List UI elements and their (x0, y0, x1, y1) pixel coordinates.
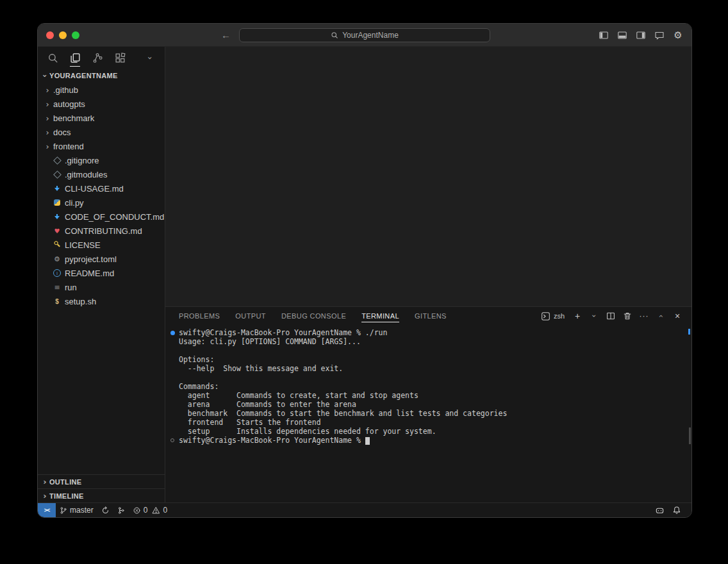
vscode-window: ← → YourAgentName (38, 24, 691, 517)
more-actions-icon[interactable]: ··· (639, 311, 649, 321)
bottom-panel: PROBLEMSOUTPUTDEBUG CONSOLETERMINALGITLE… (165, 306, 691, 502)
terminal-line-text: Usage: cli.py [OPTIONS] COMMAND [ARGS]..… (179, 337, 361, 346)
git-branch-item[interactable]: master (56, 503, 97, 517)
problems-item[interactable]: 0 0 (129, 503, 171, 517)
terminal-line-text: agent Commands to create, start and stop… (179, 391, 418, 400)
terminal-line: arena Commands to enter the arena (179, 400, 682, 409)
status-bar-right (651, 506, 691, 515)
traffic-lights (46, 24, 79, 46)
terminal-line: Commands: (179, 382, 682, 391)
tree-item-pyproject.toml[interactable]: › pyproject.toml (38, 252, 165, 266)
bell-icon (672, 506, 681, 515)
chevron-down-icon: › (40, 71, 50, 80)
panel-tab-output[interactable]: OUTPUT (235, 307, 266, 325)
tree-item-docs[interactable]: › docs (38, 125, 165, 139)
shell-file-icon (52, 296, 62, 306)
warnings-icon (152, 506, 160, 515)
terminal-line: --help Show this message and exit. (179, 364, 682, 373)
remote-icon: >< (44, 507, 50, 513)
timeline-section-header[interactable]: › TIMELINE (38, 488, 165, 502)
layout-sidebar-right-icon[interactable] (634, 28, 648, 42)
tree-item-.github[interactable]: › .github (38, 83, 165, 97)
search-view-icon[interactable] (46, 48, 60, 67)
notifications-item[interactable] (668, 506, 685, 515)
tree-item-autogpts[interactable]: › autogpts (38, 97, 165, 111)
layout-sidebar-left-icon[interactable] (597, 28, 611, 42)
terminal-instance-item[interactable]: zsh (541, 311, 565, 321)
panel-tab-terminal[interactable]: TERMINAL (361, 307, 399, 325)
panel-tab-gitlens[interactable]: GITLENS (415, 307, 447, 325)
remote-indicator[interactable]: >< (38, 503, 56, 517)
kill-terminal-icon[interactable] (622, 311, 633, 321)
terminal-cursor (365, 437, 370, 445)
terminal-line: frontend Starts the frontend (179, 418, 682, 427)
close-window-button[interactable] (46, 31, 54, 39)
command-center-search[interactable]: YourAgentName (239, 28, 490, 42)
tree-item-cli.py[interactable]: › cli.py (38, 195, 165, 210)
tree-item-license[interactable]: › LICENSE (38, 238, 165, 252)
explorer-tree: › .github › autogpts › benchmark › docs … (38, 83, 165, 308)
activity-bar: › (38, 47, 165, 69)
more-views-icon[interactable]: › (143, 48, 157, 67)
panel-tab-debug-console[interactable]: DEBUG CONSOLE (281, 307, 346, 325)
titlebar: ← → YourAgentName (38, 24, 691, 47)
sync-icon (101, 506, 110, 515)
zoom-window-button[interactable] (72, 31, 79, 39)
markdown-file-icon (52, 183, 62, 194)
sync-changes-item[interactable] (97, 503, 113, 517)
terminal-line: swifty@Craigs-MacBook-Pro YourAgentName … (179, 436, 682, 445)
toml-file-icon (52, 254, 62, 264)
editor-column: PROBLEMSOUTPUTDEBUG CONSOLETERMINALGITLE… (165, 47, 691, 502)
tree-item-.gitmodules[interactable]: › .gitmodules (38, 167, 165, 181)
extensions-view-icon[interactable] (113, 48, 128, 67)
errors-icon (133, 506, 141, 515)
terminal-line-text: Options: (179, 355, 214, 364)
terminal-scrollbar-thumb[interactable] (689, 427, 691, 444)
explorer-view-icon[interactable] (68, 48, 82, 67)
arrow-left-icon[interactable]: ← (221, 29, 231, 40)
chevron-right-icon: › (43, 113, 52, 123)
git-file-icon (52, 155, 62, 165)
terminal-line-text: arena Commands to enter the arena (179, 400, 356, 409)
command-center-text: YourAgentName (342, 31, 399, 40)
new-terminal-icon[interactable]: + (572, 311, 583, 321)
tree-item-cli-usage.md[interactable]: › CLI-USAGE.md (38, 181, 165, 195)
tree-item-code_of_conduct.md[interactable]: › CODE_OF_CONDUCT.md (38, 210, 165, 224)
tree-item-setup.sh[interactable]: › setup.sh (38, 294, 165, 308)
split-terminal-icon[interactable] (606, 311, 616, 321)
minimize-window-button[interactable] (59, 31, 67, 39)
chevron-right-icon: › (40, 491, 49, 501)
terminal-line: Usage: cli.py [OPTIONS] COMMAND [ARGS]..… (179, 337, 682, 346)
git-graph-item[interactable] (113, 503, 129, 517)
chat-icon[interactable] (652, 28, 666, 42)
info-file-icon (52, 268, 62, 278)
tree-item-run[interactable]: › run (38, 280, 165, 294)
settings-gear-icon[interactable]: ⚙ (671, 28, 685, 42)
contributing-file-icon (52, 226, 62, 236)
terminal-line: benchmark Commands to start the benchmar… (179, 409, 682, 418)
git-graph-icon (117, 506, 125, 515)
terminal-output[interactable]: swifty@Craigs-MacBook-Pro YourAgentName … (165, 325, 691, 502)
layout-panel-bottom-icon[interactable] (615, 28, 629, 42)
tree-item-contributing.md[interactable]: › CONTRIBUTING.md (38, 224, 165, 238)
maximize-panel-icon[interactable]: › (656, 311, 666, 321)
explorer-section-header[interactable]: › YOURAGENTNAME (38, 69, 165, 83)
overview-ruler-command-mark (688, 329, 690, 335)
copilot-item[interactable] (651, 506, 668, 515)
main-area: › › YOURAGENTNAME › .github › autogpts ›… (38, 47, 691, 502)
terminal-line: agent Commands to create, start and stop… (179, 391, 682, 400)
outline-section-header[interactable]: › OUTLINE (38, 474, 165, 488)
tree-item-benchmark[interactable]: › benchmark (38, 111, 165, 125)
editor-background (165, 47, 691, 306)
chevron-right-icon: › (43, 142, 52, 151)
outline-label: OUTLINE (49, 478, 81, 486)
tree-item-readme.md[interactable]: › README.md (38, 266, 165, 280)
terminal-line-text: frontend Starts the frontend (179, 418, 321, 427)
terminal-dropdown-icon[interactable]: › (589, 311, 599, 321)
close-panel-icon[interactable]: × (672, 311, 682, 321)
panel-tab-problems[interactable]: PROBLEMS (179, 307, 220, 325)
source-control-view-icon[interactable] (90, 48, 104, 67)
tree-item-frontend[interactable]: › frontend (38, 139, 165, 153)
terminal-line (179, 346, 682, 355)
tree-item-.gitignore[interactable]: › .gitignore (38, 153, 165, 167)
